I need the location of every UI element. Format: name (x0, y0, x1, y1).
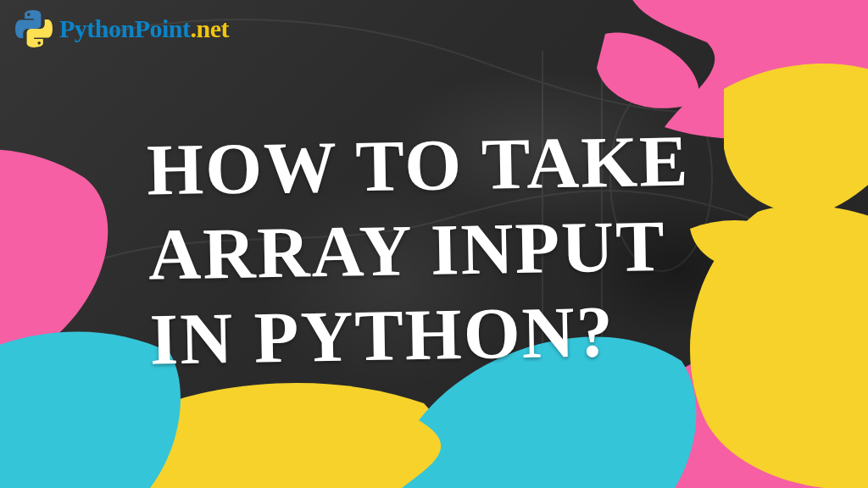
headline-line-3: IN PYTHON? (149, 291, 615, 380)
headline-line-2: ARRAY INPUT (147, 205, 666, 296)
site-logo: PythonPoint.net (15, 10, 229, 47)
brand-name-main: PythonPoint (59, 14, 191, 42)
headline-line-1: HOW TO TAKE (146, 119, 690, 210)
page-title: HOW TO TAKE ARRAY INPUT IN PYTHON? (146, 118, 693, 381)
brand-name-tld: .net (191, 14, 230, 42)
python-logo-icon (15, 10, 53, 47)
brand-wordmark: PythonPoint.net (59, 14, 229, 43)
